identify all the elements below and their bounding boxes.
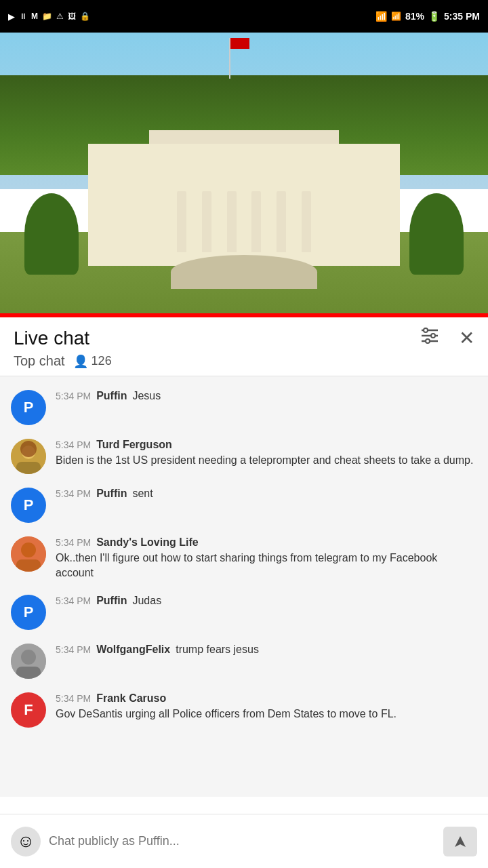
table-row: F 5:34 PM Frank Caruso Gov DeSantis urgi… bbox=[0, 686, 488, 734]
viewers-icon: 👤 bbox=[73, 354, 88, 369]
message-content: 5:34 PM Sandy's Loving Life Ok..then I'l… bbox=[56, 536, 477, 581]
svg-point-9 bbox=[20, 441, 37, 457]
youtube-icon: ▶ bbox=[8, 12, 15, 22]
message-author: Puffin bbox=[96, 488, 127, 500]
white-house-building bbox=[88, 144, 400, 266]
battery-icon: 🔋 bbox=[428, 11, 440, 22]
table-row: 5:34 PM WolfgangFelix trump fears jesus bbox=[0, 637, 488, 686]
avatar bbox=[11, 536, 46, 572]
column-6 bbox=[302, 191, 311, 252]
filter-icon[interactable] bbox=[420, 327, 440, 349]
flag-pole bbox=[229, 38, 230, 79]
column-1 bbox=[177, 191, 186, 252]
svg-point-11 bbox=[21, 542, 36, 557]
message-author: WolfgangFelix bbox=[96, 644, 170, 656]
status-bar: ▶ ⏸ M 📁 ⚠ 🖼 🔒 📶 📶 81% 🔋 5:35 PM bbox=[0, 0, 488, 33]
warning-icon: ⚠ bbox=[56, 12, 64, 21]
svg-point-5 bbox=[426, 339, 430, 343]
message-time: 5:34 PM bbox=[56, 693, 91, 704]
chat-input-bar: ☺ bbox=[0, 814, 488, 868]
folder-icon: 📁 bbox=[42, 12, 52, 21]
message-author: Puffin bbox=[96, 390, 127, 402]
send-icon bbox=[451, 832, 470, 851]
svg-point-3 bbox=[424, 328, 428, 332]
message-time: 5:34 PM bbox=[56, 537, 91, 548]
video-player[interactable] bbox=[0, 33, 488, 317]
live-chat-header: Live chat ✕ Top chat 👤 126 bbox=[0, 317, 488, 376]
message-text: trump fears jesus bbox=[176, 644, 259, 656]
right-trees bbox=[409, 193, 464, 275]
message-content: 5:34 PM WolfgangFelix trump fears jesus bbox=[56, 644, 477, 658]
message-content: 5:34 PM Puffin Jesus bbox=[56, 390, 477, 404]
message-author: Turd Ferguson bbox=[96, 439, 172, 451]
driveway bbox=[171, 255, 317, 289]
svg-rect-12 bbox=[16, 559, 41, 572]
column-4 bbox=[251, 191, 261, 252]
media-icon: ⏸ bbox=[19, 12, 27, 21]
emoji-button[interactable]: ☺ bbox=[11, 827, 41, 856]
send-button[interactable] bbox=[443, 827, 477, 856]
m-icon: M bbox=[31, 12, 38, 21]
status-icons-left: ▶ ⏸ M 📁 ⚠ 🖼 🔒 bbox=[8, 12, 90, 22]
message-time: 5:34 PM bbox=[56, 595, 91, 606]
column-5 bbox=[277, 191, 286, 252]
message-author: Frank Caruso bbox=[96, 692, 166, 705]
avatar: P bbox=[11, 390, 46, 425]
photo-icon: 🖼 bbox=[68, 12, 76, 21]
emoji-icon: ☺ bbox=[17, 831, 35, 852]
avatar: P bbox=[11, 595, 46, 630]
message-time: 5:34 PM bbox=[56, 391, 91, 401]
message-author: Puffin bbox=[96, 595, 127, 607]
top-chat-tab[interactable]: Top chat bbox=[14, 353, 65, 369]
wh-columns bbox=[169, 184, 319, 252]
message-author: Sandy's Loving Life bbox=[96, 536, 199, 549]
left-trees bbox=[24, 193, 79, 275]
viewer-number: 126 bbox=[92, 354, 112, 368]
svg-point-14 bbox=[21, 650, 36, 665]
column-3 bbox=[227, 191, 237, 252]
avatar bbox=[11, 644, 46, 679]
avatar: F bbox=[11, 692, 46, 728]
message-time: 5:34 PM bbox=[56, 644, 91, 655]
close-icon[interactable]: ✕ bbox=[459, 327, 474, 349]
message-content: 5:34 PM Puffin sent bbox=[56, 488, 477, 502]
status-icons-right: 📶 📶 81% 🔋 5:35 PM bbox=[375, 11, 480, 22]
svg-rect-8 bbox=[16, 462, 41, 474]
battery-percent: 81% bbox=[405, 11, 424, 22]
header-icons: ✕ bbox=[420, 327, 474, 349]
table-row: P 5:34 PM Puffin Judas bbox=[0, 588, 488, 637]
message-text: Judas bbox=[132, 595, 161, 607]
chat-input[interactable] bbox=[49, 825, 435, 858]
table-row: P 5:34 PM Puffin sent bbox=[0, 481, 488, 530]
message-time: 5:34 PM bbox=[56, 439, 91, 450]
chat-messages-container[interactable]: P 5:34 PM Puffin Jesus 5:34 PM Turd Ferg… bbox=[0, 376, 488, 797]
avatar: P bbox=[11, 488, 46, 523]
avatar bbox=[11, 439, 46, 474]
viewer-count: 👤 126 bbox=[73, 354, 112, 369]
column-2 bbox=[202, 191, 211, 252]
message-text: Gov DeSantis urging all Police officers … bbox=[56, 707, 477, 722]
message-content: 5:34 PM Puffin Judas bbox=[56, 595, 477, 609]
message-text: Jesus bbox=[132, 390, 161, 402]
wifi-icon: 📶 bbox=[375, 11, 387, 22]
progress-bar[interactable] bbox=[0, 313, 488, 317]
message-text: Biden is the 1st US president needing a … bbox=[56, 453, 477, 468]
table-row: 5:34 PM Turd Ferguson Biden is the 1st U… bbox=[0, 432, 488, 481]
message-time: 5:34 PM bbox=[56, 488, 91, 499]
time-display: 5:35 PM bbox=[444, 11, 480, 22]
message-content: 5:34 PM Turd Ferguson Biden is the 1st U… bbox=[56, 439, 477, 468]
svg-rect-15 bbox=[16, 667, 41, 679]
wh-roof bbox=[149, 130, 339, 144]
table-row: P 5:34 PM Puffin Jesus bbox=[0, 383, 488, 432]
svg-point-4 bbox=[431, 334, 435, 338]
flag bbox=[230, 38, 249, 49]
signal-icon: 📶 bbox=[391, 12, 401, 21]
table-row: 5:34 PM Sandy's Loving Life Ok..then I'l… bbox=[0, 530, 488, 588]
message-content: 5:34 PM Frank Caruso Gov DeSantis urging… bbox=[56, 692, 477, 722]
lock-icon: 🔒 bbox=[80, 12, 90, 21]
message-text: Ok..then I'll figure out how to start sh… bbox=[56, 551, 477, 581]
message-text: sent bbox=[132, 488, 152, 500]
live-chat-title: Live chat bbox=[14, 328, 89, 349]
